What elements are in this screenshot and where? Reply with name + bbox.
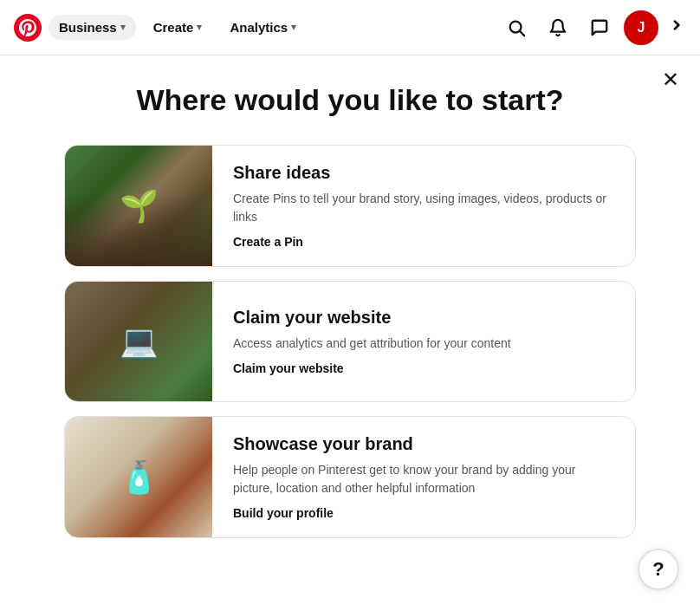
- message-icon: [590, 18, 609, 37]
- messages-button[interactable]: [582, 10, 617, 45]
- claim-website-link[interactable]: Claim your website: [233, 361, 511, 375]
- header: Business ▾ Create ▾ Analytics ▾: [0, 0, 700, 55]
- create-menu-button[interactable]: Create ▾: [143, 15, 213, 40]
- svg-point-0: [14, 14, 42, 42]
- search-icon: [507, 18, 526, 37]
- close-icon: ✕: [662, 68, 679, 91]
- notifications-button[interactable]: [541, 10, 575, 45]
- share-ideas-desc: Create Pins to tell your brand story, us…: [233, 190, 614, 226]
- bell-icon: [548, 18, 567, 37]
- create-label: Create: [153, 20, 194, 35]
- help-icon: ?: [652, 558, 664, 581]
- svg-line-2: [520, 31, 524, 36]
- avatar-button[interactable]: J: [624, 10, 658, 45]
- close-button[interactable]: ✕: [662, 69, 679, 90]
- cards-container: Share ideas Create Pins to tell your bra…: [64, 145, 636, 538]
- share-ideas-image: [65, 146, 212, 266]
- business-label: Business: [59, 20, 117, 35]
- claim-website-content: Claim your website Access analytics and …: [212, 282, 532, 401]
- share-ideas-card[interactable]: Share ideas Create Pins to tell your bra…: [64, 145, 636, 267]
- claim-website-card[interactable]: Claim your website Access analytics and …: [64, 281, 636, 402]
- pinterest-logo-icon: [14, 14, 42, 42]
- business-menu-button[interactable]: Business ▾: [49, 15, 136, 40]
- chevron-right-icon: [669, 16, 683, 35]
- help-button[interactable]: ?: [638, 549, 679, 590]
- business-chevron-icon: ▾: [120, 22, 126, 33]
- showcase-brand-image: [65, 417, 212, 537]
- analytics-chevron-icon: ▾: [291, 22, 296, 33]
- create-chevron-icon: ▾: [197, 22, 202, 33]
- avatar-letter: J: [638, 20, 645, 36]
- showcase-brand-desc: Help people on Pinterest get to know you…: [233, 461, 614, 497]
- claim-website-title: Claim your website: [233, 308, 511, 328]
- header-right: J: [499, 10, 686, 45]
- share-ideas-title: Share ideas: [233, 163, 614, 183]
- showcase-brand-title: Showcase your brand: [233, 434, 614, 454]
- page-title: Where would you like to start?: [136, 83, 563, 117]
- showcase-brand-content: Showcase your brand Help people on Pinte…: [212, 417, 635, 537]
- create-pin-link[interactable]: Create a Pin: [233, 235, 614, 249]
- analytics-label: Analytics: [230, 20, 288, 35]
- header-left: Business ▾ Create ▾ Analytics ▾: [14, 14, 307, 42]
- claim-website-desc: Access analytics and get attribution for…: [233, 335, 511, 353]
- search-button[interactable]: [499, 10, 534, 45]
- main-content: ✕ Where would you like to start? Share i…: [0, 55, 700, 566]
- analytics-menu-button[interactable]: Analytics ▾: [219, 15, 307, 40]
- share-ideas-content: Share ideas Create Pins to tell your bra…: [212, 146, 635, 266]
- build-profile-link[interactable]: Build your profile: [233, 506, 614, 520]
- showcase-brand-card[interactable]: Showcase your brand Help people on Pinte…: [64, 416, 636, 538]
- claim-website-image: [65, 282, 212, 401]
- more-options-button[interactable]: [665, 12, 686, 42]
